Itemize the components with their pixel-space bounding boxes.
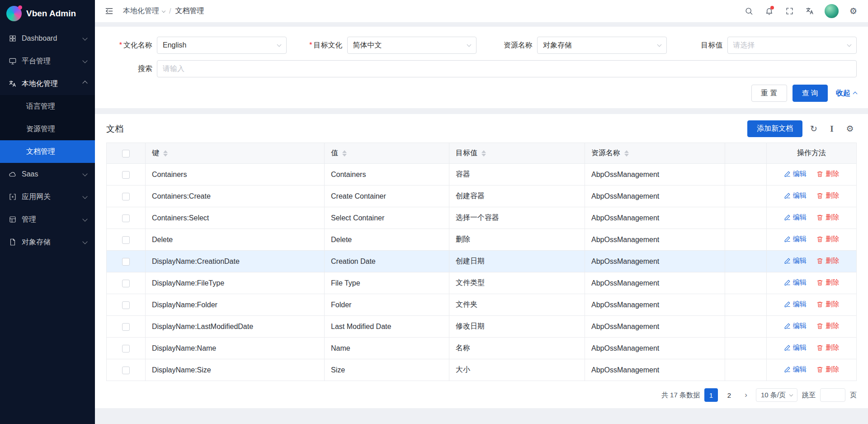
sort-icon[interactable] — [342, 150, 347, 157]
sidebar-item-language-management[interactable]: 语言管理 — [0, 95, 95, 118]
delete-button[interactable]: 删除 — [816, 365, 839, 374]
cell-value: Folder — [325, 294, 449, 316]
refresh-icon[interactable]: ↻ — [807, 122, 821, 136]
cell-key: Containers:Select — [146, 207, 325, 229]
delete-button[interactable]: 删除 — [816, 343, 839, 352]
sidebar-item-management[interactable]: 管理 — [0, 208, 95, 231]
resource-name-select[interactable]: 对象存储 — [537, 37, 667, 54]
edit-button[interactable]: 编辑 — [784, 322, 807, 330]
edit-button[interactable]: 编辑 — [784, 170, 807, 178]
query-button[interactable]: 查 询 — [793, 85, 828, 102]
delete-button[interactable]: 删除 — [816, 170, 839, 178]
delete-button[interactable]: 删除 — [816, 322, 839, 330]
cell-target: 文件类型 — [449, 272, 585, 294]
chevron-down-icon — [82, 216, 87, 221]
row-checkbox[interactable] — [122, 301, 130, 309]
required-asterisk: * — [119, 41, 122, 49]
translate-icon[interactable] — [802, 3, 818, 19]
delete-button[interactable]: 删除 — [816, 213, 839, 222]
chevron-down-icon — [467, 43, 472, 47]
user-avatar[interactable] — [825, 4, 839, 18]
sidebar-item-localization[interactable]: 本地化管理 — [0, 72, 95, 95]
row-checkbox[interactable] — [122, 323, 130, 331]
cell-key: Containers:Create — [146, 186, 325, 207]
search-icon[interactable] — [741, 3, 757, 19]
chevron-down-icon — [82, 58, 87, 63]
required-asterisk: * — [309, 41, 312, 49]
add-document-button[interactable]: 添加新文档 — [747, 120, 802, 137]
sort-icon[interactable] — [163, 150, 168, 157]
sidebar-item-resource-management[interactable]: 资源管理 — [0, 118, 95, 140]
edit-button[interactable]: 编辑 — [784, 235, 807, 243]
row-checkbox[interactable] — [122, 236, 130, 244]
edit-button[interactable]: 编辑 — [784, 343, 807, 352]
page-2-button[interactable]: 2 — [722, 388, 736, 402]
breadcrumb-separator: / — [169, 7, 171, 15]
edit-button[interactable]: 编辑 — [784, 365, 807, 374]
cell-key: Delete — [146, 229, 325, 251]
row-checkbox[interactable] — [122, 214, 130, 222]
collapse-link[interactable]: 收起 — [836, 89, 857, 98]
cell-key: Containers — [146, 164, 325, 186]
cell-target: 容器 — [449, 164, 585, 186]
cell-resource: AbpOssManagement — [585, 229, 725, 251]
delete-button[interactable]: 删除 — [816, 257, 839, 265]
reset-button[interactable]: 重 置 — [751, 85, 787, 102]
column-header-resource[interactable]: 资源名称 — [585, 143, 725, 164]
sidebar-item-document-management[interactable]: 文档管理 — [0, 140, 95, 163]
next-page-button[interactable]: › — [741, 391, 751, 400]
edit-button[interactable]: 编辑 — [784, 257, 807, 265]
select-all-checkbox[interactable] — [122, 150, 130, 157]
page-1-button[interactable]: 1 — [704, 388, 718, 402]
chevron-down-icon — [82, 239, 87, 244]
breadcrumb-parent[interactable]: 本地化管理 — [123, 6, 165, 16]
delete-button[interactable]: 删除 — [816, 300, 839, 309]
sort-icon[interactable] — [624, 150, 629, 157]
field-target-culture: *目标文化 简体中文 — [297, 37, 477, 54]
sidebar-item-platform[interactable]: 平台管理 — [0, 50, 95, 72]
table-toolbar: 添加新文档 ↻ I ⚙ — [747, 120, 857, 137]
delete-button[interactable]: 删除 — [816, 278, 839, 287]
column-header-value[interactable]: 值 — [325, 143, 449, 164]
row-checkbox[interactable] — [122, 345, 130, 353]
cell-blank — [725, 272, 767, 294]
settings-gear-icon[interactable]: ⚙ — [845, 3, 862, 19]
search-input[interactable] — [157, 60, 857, 77]
row-checkbox[interactable] — [122, 367, 130, 374]
app-root: Vben Admin Dashboard 平台管理 — [0, 0, 868, 424]
sidebar-item-saas[interactable]: Saas — [0, 163, 95, 186]
column-header-target[interactable]: 目标值 — [449, 143, 585, 164]
row-checkbox[interactable] — [122, 193, 130, 200]
app-logo-row[interactable]: Vben Admin — [0, 0, 95, 27]
target-culture-select[interactable]: 简体中文 — [347, 37, 477, 54]
notification-bell-icon[interactable] — [761, 3, 778, 19]
jump-page-input[interactable] — [820, 388, 845, 402]
sidebar-item-dashboard[interactable]: Dashboard — [0, 27, 95, 50]
gateway-icon — [8, 193, 17, 201]
menu-fold-icon[interactable] — [101, 4, 117, 19]
sidebar-item-gateway[interactable]: 应用网关 — [0, 186, 95, 208]
cell-resource: AbpOssManagement — [585, 207, 725, 229]
sidebar-item-object-storage[interactable]: 对象存储 — [0, 231, 95, 253]
row-checkbox[interactable] — [122, 258, 130, 266]
row-checkbox[interactable] — [122, 171, 130, 179]
row-height-icon[interactable]: I — [825, 122, 839, 136]
sort-icon[interactable] — [481, 150, 486, 157]
cell-key: DisplayName:FileType — [146, 272, 325, 294]
field-culture-name: *文化名称 English — [106, 37, 287, 54]
target-value-select[interactable]: 请选择 — [727, 37, 857, 54]
column-settings-gear-icon[interactable]: ⚙ — [843, 122, 857, 136]
fullscreen-icon[interactable] — [781, 3, 798, 19]
culture-name-select[interactable]: English — [157, 37, 287, 54]
row-checkbox[interactable] — [122, 280, 130, 287]
column-header-key[interactable]: 键 — [146, 143, 325, 164]
platform-icon — [8, 57, 17, 66]
edit-button[interactable]: 编辑 — [784, 278, 807, 287]
delete-button[interactable]: 删除 — [816, 191, 839, 200]
page-size-select[interactable]: 10 条/页 — [756, 388, 797, 402]
delete-button[interactable]: 删除 — [816, 235, 839, 243]
edit-button[interactable]: 编辑 — [784, 213, 807, 222]
edit-button[interactable]: 编辑 — [784, 300, 807, 309]
edit-button[interactable]: 编辑 — [784, 191, 807, 200]
filter-actions: 重 置 查 询 收起 — [106, 85, 857, 102]
